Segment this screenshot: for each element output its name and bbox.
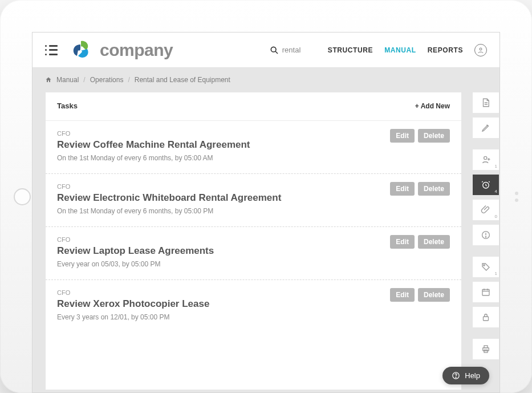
nav-structure[interactable]: STRUCTURE [328,46,373,54]
help-icon [452,371,460,380]
alert-icon [481,230,491,240]
rail-tasks[interactable]: 4 [472,174,499,196]
task-schedule: Every year on 05/03, by 05:00 PM [57,260,450,268]
paperclip-icon [481,205,491,215]
rail-document[interactable] [472,92,499,114]
task-row: Edit Delete CFO Review Xerox Photocopier… [46,280,461,333]
task-schedule: On the 1st Monday of every 6 months, by … [57,154,450,162]
rail-calendar[interactable] [472,281,499,303]
rail-attachments[interactable]: 0 [472,199,499,221]
svg-point-11 [485,237,486,237]
delete-button[interactable]: Delete [418,235,450,249]
document-icon [481,98,491,108]
tag-icon [481,262,491,272]
task-row: Edit Delete CFO Review Coffee Machine Re… [46,121,461,174]
nav-reports[interactable]: REPORTS [428,46,463,54]
app-screen: company STRUCTURE MANUAL REPORTS Manual … [32,32,500,393]
printer-icon [481,344,491,354]
svg-rect-13 [482,290,489,296]
rail-alerts[interactable] [472,224,499,246]
rail-print[interactable] [472,338,499,360]
tablet-camera-dots [515,188,518,205]
person-icon [481,155,491,165]
edit-button[interactable]: Edit [390,129,415,143]
crumb-sep: / [83,76,85,84]
crumb-operations[interactable]: Operations [90,76,124,84]
edit-button[interactable]: Edit [390,235,415,249]
rail-tags[interactable]: 1 [472,256,499,278]
help-button[interactable]: Help [442,367,489,384]
svg-rect-22 [484,346,488,348]
search-box[interactable] [270,46,316,55]
tasks-panel: Tasks + Add New Edit Delete CFO Review C… [45,92,462,390]
delete-button[interactable]: Delete [418,129,450,143]
nav-links: STRUCTURE MANUAL REPORTS [328,46,463,54]
pencil-icon [481,123,491,133]
user-avatar-button[interactable] [474,44,487,56]
svg-line-1 [275,51,278,54]
help-label: Help [465,371,480,380]
lock-icon [481,312,491,322]
rail-edit[interactable] [472,117,499,139]
tablet-frame: company STRUCTURE MANUAL REPORTS Manual … [0,0,532,393]
home-icon [45,76,52,83]
svg-rect-20 [484,317,489,321]
search-input[interactable] [282,46,316,54]
crumb-manual[interactable]: Manual [56,76,79,84]
rail-badge: 1 [495,164,497,169]
calendar-icon [481,287,491,297]
add-new-button[interactable]: + Add New [415,102,450,110]
task-row: Edit Delete CFO Review Laptop Lease Agre… [46,227,461,280]
tablet-home-button [14,188,31,205]
topbar: company STRUCTURE MANUAL REPORTS [33,33,499,68]
brand-logo[interactable]: company [69,39,173,62]
logo-icon [69,39,94,62]
rail-person[interactable]: 1 [472,149,499,171]
search-icon [270,46,279,55]
svg-point-12 [484,265,485,266]
crumb-sep: / [128,76,129,84]
rail-badge: 0 [495,214,497,219]
task-schedule: On the 1st Monday of every 6 months, by … [57,207,450,215]
svg-point-0 [271,47,276,52]
alarm-clock-icon [481,180,491,190]
svg-point-5 [484,156,487,159]
rail-badge: 4 [495,189,497,194]
edit-button[interactable]: Edit [390,182,415,196]
menu-button[interactable] [45,45,58,55]
brand-text: company [100,40,173,60]
user-icon [477,47,484,54]
svg-point-25 [456,377,456,378]
edit-button[interactable]: Edit [390,288,415,302]
task-schedule: Every 3 years on 12/01, by 05:00 PM [57,313,450,321]
svg-rect-23 [484,350,488,353]
breadcrumb: Manual / Operations / Rental and Lease o… [33,68,499,92]
delete-button[interactable]: Delete [418,182,450,196]
crumb-current[interactable]: Rental and Lease of Equipment [135,76,230,84]
rail-badge: 1 [495,271,497,276]
right-rail: 1 4 0 1 [472,92,499,390]
nav-manual[interactable]: MANUAL [384,46,416,54]
delete-button[interactable]: Delete [418,288,450,302]
panel-title: Tasks [57,102,78,110]
rail-lock[interactable] [472,306,499,328]
svg-point-2 [480,48,482,50]
task-row: Edit Delete CFO Review Electronic Whiteb… [46,174,461,227]
